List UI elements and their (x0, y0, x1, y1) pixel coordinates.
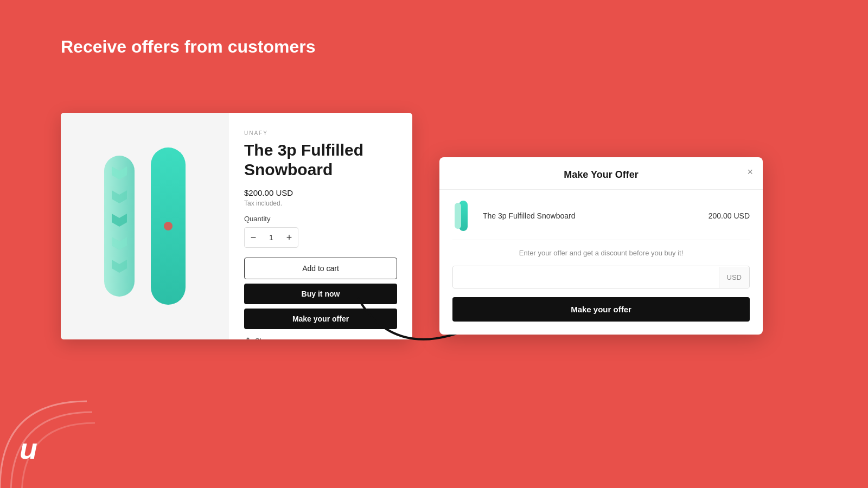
product-name: The 3p Fulfilled Snowboard (244, 140, 397, 179)
share-link[interactable]: Share (244, 337, 397, 339)
page-title: Receive offers from customers (61, 37, 316, 57)
product-images-panel (61, 113, 229, 339)
modal-make-offer-button[interactable]: Make your offer (452, 297, 750, 322)
quantity-control: − 1 + (244, 227, 298, 248)
product-price: $200.00 USD (244, 188, 397, 197)
snowboard-left-image (100, 156, 139, 297)
currency-label: USD (719, 267, 749, 288)
offer-modal: Make Your Offer × The 3p Fulfilled Snowb… (439, 157, 763, 335)
quantity-value: 1 (262, 233, 280, 242)
modal-title: Make Your Offer (564, 169, 638, 181)
quantity-increase-button[interactable]: + (280, 228, 298, 247)
decorative-arc (0, 390, 98, 488)
offer-amount-input[interactable] (453, 266, 719, 288)
snowboard-images (100, 147, 190, 305)
quantity-decrease-button[interactable]: − (245, 228, 262, 247)
product-details-panel: UNAFY The 3p Fulfilled Snowboard $200.00… (229, 113, 412, 339)
product-card: UNAFY The 3p Fulfilled Snowboard $200.00… (61, 113, 412, 339)
logo-letter: u (20, 432, 37, 465)
svg-rect-11 (455, 203, 461, 229)
modal-product-price: 200.00 USD (709, 211, 750, 220)
svg-point-7 (164, 222, 173, 230)
quantity-label: Quantity (244, 215, 397, 223)
share-icon (244, 337, 252, 340)
offer-input-row: USD (452, 266, 750, 288)
modal-product-name: The 3p Fulfilled Snowboard (483, 211, 709, 220)
make-offer-button[interactable]: Make your offer (244, 309, 397, 329)
modal-subtitle: Enter your offer and get a discount befo… (452, 249, 750, 257)
add-to-cart-button[interactable]: Add to cart (244, 258, 397, 279)
buy-now-button[interactable]: Buy it now (244, 284, 397, 304)
modal-product-thumb (452, 201, 474, 231)
modal-product-row: The 3p Fulfilled Snowboard 200.00 USD (452, 201, 750, 240)
share-label: Share (255, 337, 274, 339)
tax-note: Tax included. (244, 200, 397, 207)
snowboard-right-image (146, 147, 190, 305)
brand-label: UNAFY (244, 130, 397, 136)
modal-body: The 3p Fulfilled Snowboard 200.00 USD En… (439, 190, 763, 335)
modal-close-button[interactable]: × (747, 167, 753, 177)
modal-header: Make Your Offer × (439, 157, 763, 190)
